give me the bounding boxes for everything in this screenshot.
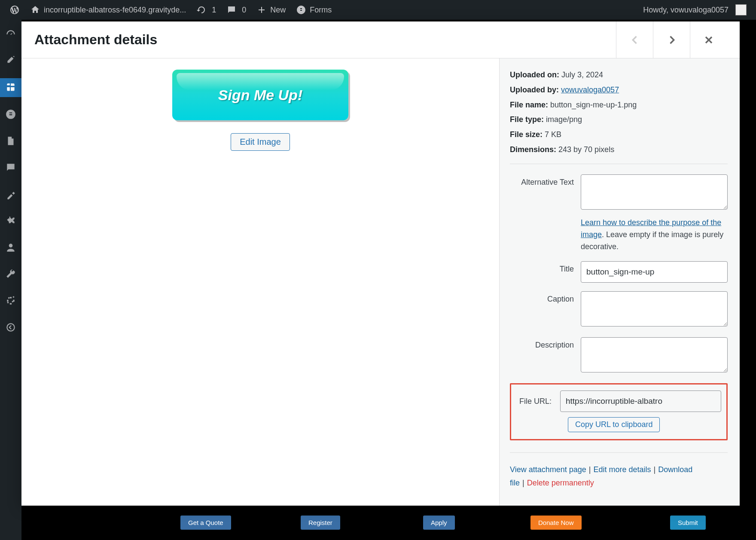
meta-file-type: File type: image/png (510, 113, 728, 126)
forms-menu[interactable]: Forms (291, 0, 337, 20)
preview-image-text: Sign Me Up! (218, 87, 302, 104)
caption-label: Caption (510, 291, 581, 304)
bg-button-register: Register (301, 516, 340, 530)
meta-dimensions: Dimensions: 243 by 70 pixels (510, 143, 728, 156)
admin-toolbar: incorruptible-albatross-fe0649.gravityde… (0, 0, 756, 20)
chevron-right-icon (666, 34, 678, 46)
title-input[interactable] (581, 261, 728, 283)
copy-url-button[interactable]: Copy URL to clipboard (568, 417, 660, 432)
next-attachment-button[interactable] (653, 21, 690, 58)
separator-2 (510, 452, 728, 453)
avatar (735, 4, 747, 15)
attachment-details-modal: Attachment details Sign Me Up! Edit Imag… (21, 21, 740, 506)
menu-dashboard[interactable] (0, 25, 21, 44)
prev-attachment-button (616, 21, 653, 58)
meta-uploaded-on: Uploaded on: July 3, 2024 (510, 69, 728, 81)
delete-permanently-link[interactable]: Delete permanently (527, 479, 594, 487)
menu-comments[interactable] (0, 158, 21, 177)
file-url-input[interactable] (560, 391, 721, 412)
wp-logo[interactable] (4, 0, 25, 20)
menu-gravity[interactable] (0, 105, 21, 124)
close-icon (703, 34, 715, 46)
updates[interactable]: 1 (191, 0, 221, 20)
menu-tools[interactable] (0, 265, 21, 284)
file-url-label: File URL: (516, 397, 552, 406)
caption-field: Caption (510, 291, 728, 329)
description-field: Description (510, 337, 728, 375)
bg-button-donate: Donate Now (530, 516, 582, 530)
bg-button-quote: Get a Quote (180, 516, 231, 530)
file-url-highlight: File URL: Copy URL to clipboard (510, 383, 728, 440)
menu-posts[interactable] (0, 52, 21, 70)
edit-more-link[interactable]: Edit more details (593, 465, 651, 474)
site-title: incorruptible-albatross-fe0649.gravityde… (44, 6, 186, 15)
title-label: Title (510, 261, 581, 274)
modal-header: Attachment details (21, 21, 740, 58)
comments[interactable]: 0 (221, 0, 251, 20)
edit-image-button[interactable]: Edit Image (231, 133, 290, 151)
bg-button-submit: Submit (670, 516, 706, 530)
menu-users[interactable] (0, 238, 21, 257)
bg-button-apply: Apply (423, 516, 455, 530)
comments-count: 0 (242, 6, 246, 15)
admin-sidebar (0, 20, 21, 540)
my-account[interactable]: Howdy, vowuvaloga0057 (638, 0, 752, 20)
meta-uploaded-by: Uploaded by: vowuvaloga0057 (510, 84, 728, 96)
modal-title: Attachment details (34, 32, 157, 48)
menu-media[interactable] (0, 78, 21, 97)
alt-text-label: Alternative Text (510, 174, 581, 187)
attachment-actions: View attachment page|Edit more details|D… (510, 463, 728, 489)
uploader-link[interactable]: vowuvaloga0057 (561, 85, 619, 94)
menu-appearance[interactable] (0, 185, 21, 204)
modal-nav (616, 21, 727, 58)
forms-label: Forms (310, 6, 332, 15)
meta-file-size: File size: 7 KB (510, 128, 728, 141)
svg-point-0 (7, 323, 14, 331)
site-home[interactable]: incorruptible-albatross-fe0649.gravityde… (25, 0, 191, 20)
howdy-text: Howdy, vowuvaloga0057 (643, 6, 729, 15)
separator (510, 164, 728, 164)
new-label: New (270, 6, 286, 15)
attachment-image: Sign Me Up! (172, 70, 348, 120)
caption-input[interactable] (581, 291, 728, 326)
description-input[interactable] (581, 337, 728, 372)
menu-settings[interactable] (0, 291, 21, 310)
media-sidebar: Uploaded on: July 3, 2024 Uploaded by: v… (499, 58, 740, 506)
alt-text-help: Learn how to describe the purpose of the… (581, 217, 728, 253)
media-preview: Sign Me Up! Edit Image (21, 58, 499, 506)
menu-pages[interactable] (0, 131, 21, 150)
meta-file-name: File name: button_sign-me-up-1.png (510, 99, 728, 111)
menu-collapse[interactable] (0, 318, 21, 337)
close-modal-button[interactable] (690, 21, 727, 58)
updates-count: 1 (212, 6, 216, 15)
alt-text-input[interactable] (581, 174, 728, 210)
menu-plugins[interactable] (0, 211, 21, 230)
title-field: Title (510, 261, 728, 283)
alt-text-field: Alternative Text Learn how to describe t… (510, 174, 728, 253)
chevron-left-icon (629, 34, 641, 46)
view-attachment-link[interactable]: View attachment page (510, 465, 586, 474)
description-label: Description (510, 337, 581, 350)
modal-body: Sign Me Up! Edit Image Uploaded on: July… (21, 58, 740, 506)
new-content[interactable]: New (251, 0, 291, 20)
